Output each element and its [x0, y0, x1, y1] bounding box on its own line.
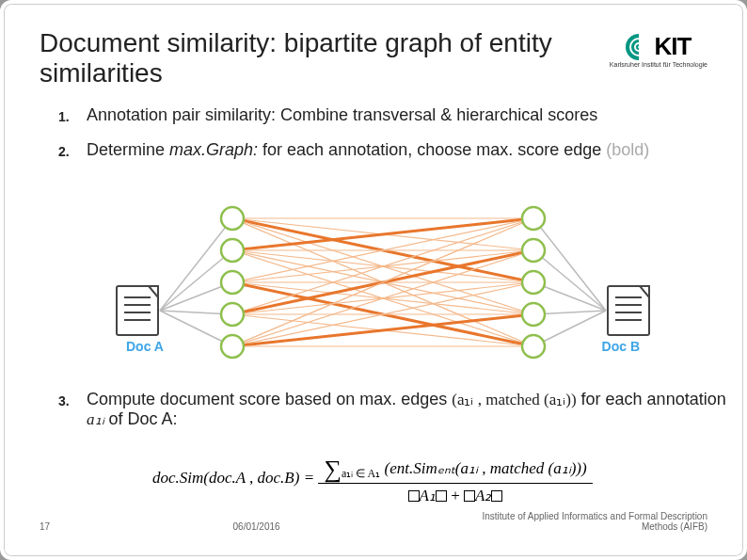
bullet-3-c: of Doc A: [104, 409, 178, 428]
svg-rect-6 [608, 286, 649, 335]
slide-title: Document similarity: bipartite graph of … [40, 28, 566, 88]
doc-a-icon [117, 286, 158, 335]
kit-logo-text: KIT [654, 32, 691, 61]
den-plus: + [447, 487, 464, 504]
svg-point-52 [522, 207, 545, 230]
bullet-1-text: Annotation pair similarity: Combine tran… [87, 105, 597, 124]
doc-b-icon [608, 286, 649, 335]
slide: Document similarity: bipartite graph of … [0, 0, 747, 560]
kit-logo-row: KIT [626, 32, 691, 61]
box-icon [464, 490, 475, 502]
bullet-list: Annotation pair similarity: Combine tran… [58, 105, 726, 175]
formula-pair-inline: (a₁ᵢ , matched (a₁ᵢ)) [452, 391, 576, 408]
sum-icon: ∑ [324, 456, 342, 484]
page-number: 17 [40, 521, 50, 532]
footer-date: 06/01/2016 [233, 521, 280, 532]
kit-logo-subtitle: Karlsruher Institut für Technologie [610, 61, 707, 68]
sum-sub: a₁ᵢ ∈ A₁ [342, 467, 380, 480]
svg-point-54 [522, 271, 545, 294]
svg-point-47 [221, 207, 244, 230]
sum-body: (ent.Simₑₙₜ(a₁ᵢ , matched (a₁ᵢ))) [385, 459, 587, 477]
den-b: A₂ [475, 487, 491, 504]
formula-fraction: ∑a₁ᵢ ∈ A₁ (ent.Simₑₙₜ(a₁ᵢ , matched (a₁ᵢ… [318, 452, 592, 505]
slide-inner: Document similarity: bipartite graph of … [11, 11, 736, 549]
bullet-1: Annotation pair similarity: Combine tran… [58, 105, 726, 125]
bipartite-graph: Doc A Doc B [68, 200, 698, 378]
svg-point-50 [221, 303, 244, 326]
box-icon [436, 490, 447, 502]
formula-a1i-inline: a₁ᵢ [87, 410, 104, 428]
footer-institute: Institute of Applied Informatics and For… [463, 511, 707, 532]
bullet-2-muted: (bold) [606, 140, 649, 159]
box-icon [491, 490, 502, 502]
svg-point-49 [221, 271, 244, 294]
doc-a-label: Doc A [126, 339, 164, 354]
svg-rect-0 [117, 286, 158, 335]
doc-sim-formula: doc.Sim(doc.A , doc.B) = ∑a₁ᵢ ∈ A₁ (ent.… [152, 452, 651, 518]
formula-lhs: doc.Sim(doc.A , doc.B) = [152, 469, 314, 487]
doc-b-label: Doc B [602, 339, 640, 354]
bullet-3-wrapper: 3. Compute document score based on max. … [58, 390, 726, 429]
formula-numerator: ∑a₁ᵢ ∈ A₁ (ent.Simₑₙₜ(a₁ᵢ , matched (a₁ᵢ… [318, 452, 592, 484]
svg-point-53 [522, 239, 545, 262]
bullet-2-b: for each annotation, choose max. score e… [258, 140, 606, 159]
kit-logo: KIT Karlsruher Institut für Technologie [610, 32, 707, 68]
kit-fan-icon [626, 34, 652, 60]
svg-point-48 [221, 239, 244, 262]
bullet-2-em: max.Graph: [169, 140, 258, 159]
bullet-2: Determine max.Graph: for each annotation… [58, 140, 726, 160]
bullet-3-b: for each annotation [577, 390, 726, 408]
svg-point-56 [522, 335, 545, 358]
svg-point-55 [522, 303, 545, 326]
box-icon [408, 490, 420, 502]
footer: 17 06/01/2016 Institute of Applied Infor… [40, 511, 707, 532]
formula-denominator: A₁ + A₂ [408, 484, 503, 505]
bullet-3: 3. Compute document score based on max. … [58, 390, 726, 429]
bullet-3-marker: 3. [58, 393, 70, 408]
svg-point-51 [221, 335, 244, 358]
bullet-3-a: Compute document score based on max. edg… [87, 390, 452, 408]
bullet-2-a: Determine [87, 140, 169, 159]
den-a: A₁ [420, 487, 436, 504]
